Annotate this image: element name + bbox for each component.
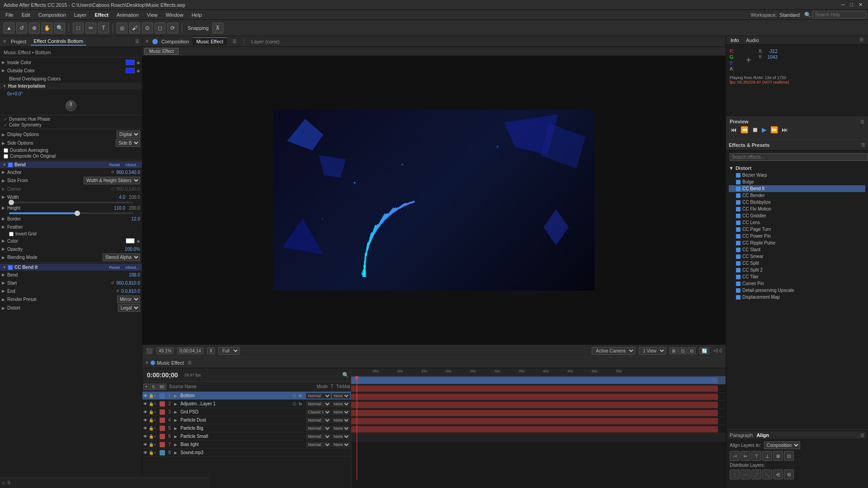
bend-reset-btn[interactable]: Reset (109, 163, 120, 167)
layer-mode-7[interactable]: Normal (306, 442, 331, 447)
display-options-dropdown[interactable]: Digital (117, 131, 140, 138)
effect-cc-slant[interactable]: CC Slant (729, 246, 865, 253)
tool-pen[interactable]: ✏ (85, 23, 96, 33)
align-top-btn[interactable]: ⊥ (762, 451, 772, 461)
cc-bend-reset-btn[interactable]: Reset (109, 265, 120, 270)
tl-menu-btn[interactable]: ☰ (188, 360, 192, 365)
eye-btn-7[interactable]: 👁 (143, 442, 148, 447)
menu-effect[interactable]: Effect (91, 11, 112, 19)
layer-mode-4[interactable]: Normal (306, 418, 331, 423)
tool-brush[interactable]: 🖌 (129, 23, 140, 33)
align-to-dropdown[interactable]: Composition (764, 441, 800, 449)
bend-about-btn[interactable]: About... (125, 163, 139, 167)
effect-cc-tiler[interactable]: CC Tiler (729, 273, 865, 280)
viewer-layout-btn3[interactable]: ⊟ (688, 347, 696, 354)
align-tab[interactable]: Align (756, 432, 769, 438)
inside-color-swatch[interactable] (126, 60, 135, 65)
menu-view[interactable]: View (143, 11, 161, 19)
maximize-btn[interactable]: □ (848, 2, 855, 8)
layer-row-1[interactable]: 👁 🔒 • 1 ▶ Bottom ☑ fx Normal None (142, 392, 351, 400)
view-dropdown[interactable]: 1 View (639, 347, 666, 355)
layer-row-3[interactable]: 👁 🔒 • 3 ▶ Grd.PSD Classic Col No (142, 408, 351, 416)
width-value[interactable]: 4.0 (119, 195, 125, 200)
dist-center-h-btn[interactable]: ⋯ (741, 469, 750, 479)
camera-dropdown[interactable]: Active Camera (592, 347, 635, 355)
size-from-dropdown[interactable]: Width & Height Sliders (84, 177, 140, 184)
layer-trk-4[interactable]: None (332, 418, 350, 423)
color-picker-btn[interactable]: ◈ (137, 239, 140, 244)
border-value[interactable]: 12.0 (132, 216, 140, 221)
expand-btn-2[interactable]: ▶ (174, 402, 179, 406)
search-icon2[interactable]: 🔍 (342, 372, 349, 378)
tool-roto[interactable]: ⟳ (167, 23, 178, 33)
distort-cat-header[interactable]: ▼ Distort (729, 164, 865, 172)
dynamic-hue-check[interactable]: ✓ (4, 117, 7, 122)
dist-top-btn[interactable]: ⋱ (762, 469, 772, 479)
align-center-h-btn[interactable]: ⊢ (741, 451, 750, 461)
prev-stop[interactable]: ⏹ (751, 126, 759, 133)
layer-trk-3[interactable]: None (332, 409, 350, 415)
layer-trk-1[interactable]: None (332, 393, 350, 399)
snap-btn[interactable]: ⊼ (207, 347, 215, 354)
effect-detail-preserving[interactable]: Detail-preserving Upscale (729, 287, 865, 294)
info-tab[interactable]: Info (729, 37, 741, 43)
height-slider-thumb[interactable] (75, 211, 80, 216)
align-menu[interactable]: ☰ (860, 433, 864, 438)
music-effect-tab[interactable]: Music Effect (144, 48, 179, 55)
playhead[interactable] (357, 376, 357, 480)
tool-rect[interactable]: □ (73, 23, 84, 33)
tl-btn-new[interactable]: + (143, 384, 149, 390)
color-symmetry-check[interactable]: ✓ (4, 122, 7, 127)
bend-section[interactable]: ▼ Bend Reset About... (0, 161, 142, 168)
dist-left-btn[interactable]: ⋮ (730, 469, 740, 479)
menu-edit[interactable]: Edit (18, 11, 34, 19)
cc-bend-about-btn[interactable]: About... (125, 265, 139, 270)
dist-center-v-btn[interactable]: ⋲ (773, 469, 783, 479)
effects-menu[interactable]: ☰ (861, 142, 865, 147)
effect-cc-flo-motion[interactable]: CC Flo Motion (729, 206, 865, 212)
tool-rotation[interactable]: ↺ (16, 23, 27, 33)
outside-color-picker-btn[interactable]: ◈ (137, 68, 140, 73)
tool-pan[interactable]: ✋ (42, 23, 52, 33)
opacity-value[interactable]: 100.0% (125, 247, 140, 252)
minimize-btn[interactable]: ─ (840, 2, 847, 8)
layer-trk-5[interactable]: None (332, 426, 350, 431)
effect-controls-tab[interactable]: Effect Controls Bottom (31, 38, 86, 46)
tl-btn-solo[interactable]: S (150, 384, 156, 390)
shy-btn-3[interactable]: • (154, 410, 159, 414)
width-slider-thumb[interactable] (9, 200, 14, 205)
expand-btn-8[interactable]: ▶ (174, 450, 179, 455)
tool-type[interactable]: T (98, 23, 109, 33)
shy-btn-4[interactable]: • (154, 418, 159, 422)
layer-mode-3[interactable]: Classic Col (306, 409, 331, 415)
eye-btn-6[interactable]: 👁 (143, 434, 148, 439)
panel-close-btn2[interactable]: ✕ (145, 39, 149, 44)
info-menu[interactable]: ☰ (859, 37, 863, 43)
layer-row-2[interactable]: 👁 🔒 • 2 ▶ Adjustm...Layer 1 ☑ fx Normal (142, 400, 351, 408)
start-reset-icon[interactable]: ↺ (111, 281, 114, 285)
tl-close-btn[interactable]: ✕ (145, 360, 149, 365)
composite-orig-check[interactable] (4, 154, 8, 159)
dist-bottom-btn[interactable]: ⋳ (784, 469, 794, 479)
hue-interpolation-section[interactable]: ▼ Hue Interpolation (0, 83, 142, 89)
quality-dropdown[interactable]: Full (218, 347, 240, 355)
prev-to-start[interactable]: ⏮ (730, 126, 738, 133)
shy-btn-7[interactable]: • (154, 442, 159, 447)
paragraph-tab[interactable]: Paragraph (730, 432, 753, 438)
layer-mode-5[interactable]: Normal (306, 426, 331, 431)
effect-bulge[interactable]: Bulge (729, 178, 865, 185)
lock-btn-2[interactable]: 🔒 (149, 402, 153, 406)
tool-shape[interactable]: ◎ (117, 23, 127, 33)
height-value[interactable]: 110.0 (114, 206, 125, 211)
effect-cc-ripple-pulse[interactable]: CC Ripple Pulse (729, 239, 865, 246)
shy-btn-6[interactable]: • (154, 434, 159, 439)
expand-btn-6[interactable]: ▶ (174, 434, 179, 439)
invert-grid-check[interactable] (9, 232, 14, 236)
effect-corner-pin[interactable]: Corner Pin (729, 280, 865, 287)
layer-row-8[interactable]: 👁 🔒 • 8 ▶ Sound.mp3 (142, 449, 351, 457)
end-reset-icon[interactable]: ↺ (116, 289, 119, 293)
audio-tab[interactable]: Audio (744, 37, 760, 43)
effect-cc-power-pin[interactable]: CC Power Pin (729, 233, 865, 239)
menu-composition[interactable]: Composition (35, 11, 70, 19)
tool-zoom[interactable]: 🔍 (54, 23, 65, 33)
